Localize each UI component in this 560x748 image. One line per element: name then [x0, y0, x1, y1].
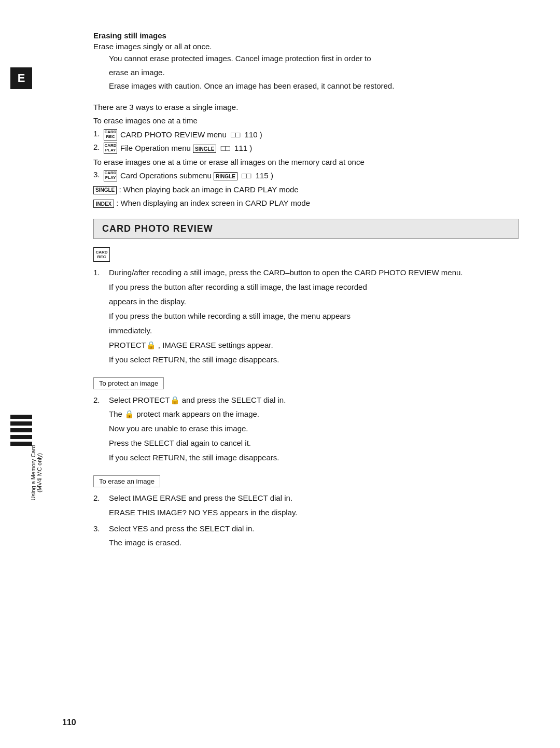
card-play-icon-2: CARD PLAY [104, 143, 117, 154]
step-1-note2b: immediately. [109, 324, 519, 337]
card-rec-icon-1: CARD REC [104, 129, 117, 140]
list-item-2: 2. CARD PLAY File Operation menu SINGLE … [93, 143, 519, 154]
step-2b: 2. Select IMAGE ERASE and press the SELE… [93, 492, 519, 519]
page-title: Erasing still images [93, 31, 519, 40]
list-item-1: 1. CARD REC CARD PHOTO REVIEW menu □□ 11… [93, 129, 519, 141]
step-2-note4: If you select RETURN, the still image di… [109, 451, 519, 464]
index-note: INDEX : When displaying an index screen … [93, 197, 519, 209]
step-2b-note: ERASE THIS IMAGE? NO YES appears in the … [109, 506, 519, 519]
protect-sym-1: 🔒 [146, 341, 156, 349]
step-1-note3: PROTECT🔒 , IMAGE ERASE settings appear. [109, 339, 519, 351]
protect-label: To protect an image [93, 377, 164, 389]
step-3: 3. Select YES and press the SELECT dial … [93, 523, 519, 549]
card-play-icon-3: CARD PLAY [104, 170, 117, 181]
step-2: 2. Select PROTECT🔒 and press the SELECT … [93, 394, 519, 464]
protect-sym-3: 🔒 [124, 410, 134, 418]
step-1-note2: If you press the button while recording … [109, 310, 519, 322]
index-box-note: INDEX [93, 200, 114, 208]
note-protection: You cannot erase protected images. Cance… [109, 53, 519, 65]
erase-all-label: To erase images one at a time or erase a… [93, 157, 519, 168]
list-item-3: 3. CARD PLAY Card Operations submenu RIN… [93, 170, 519, 182]
note-caution: Erase images with caution. Once an image… [109, 80, 519, 92]
step-3-note: The image is erased. [109, 537, 519, 549]
single-box-note: SINGLE [93, 186, 117, 194]
erase-label: To erase an image [93, 475, 160, 487]
step-2-note3: Press the SELECT dial again to cancel it… [109, 437, 519, 449]
subtitle-erase: Erase images singly or all at once. [93, 42, 519, 51]
protect-sym-2: 🔒 [170, 396, 180, 404]
step-3-main: 3. Select YES and press the SELECT dial … [93, 523, 519, 535]
step-1-note1b: appears in the display. [109, 295, 519, 308]
card-rec-badge: CARD REC [93, 247, 110, 262]
ringle-box: RINGLE [214, 172, 237, 180]
step-1-main: 1. During/after recoding a still image, … [93, 267, 519, 279]
step-1-note4: If you select RETURN, the still image di… [109, 354, 519, 366]
step-1: 1. During/after recoding a still image, … [93, 267, 519, 366]
erase-one-at-a-time-label: To erase images one at a time [93, 115, 519, 127]
section-header-card-photo-review: CARD PHOTO REVIEW [93, 219, 519, 239]
step-1-note1: If you press the button after recording … [109, 281, 519, 293]
step-2-note1: The 🔒 protect mark appears on the image. [109, 408, 519, 420]
step-2-note2: Now you are unable to erase this image. [109, 422, 519, 435]
single-note: SINGLE : When playing back an image in C… [93, 184, 519, 196]
note-protection-cont: erase an image. [109, 67, 519, 79]
step-2b-main: 2. Select IMAGE ERASE and press the SELE… [93, 492, 519, 504]
three-ways-line: There are 3 ways to erase a single image… [93, 102, 519, 114]
single-box: SINGLE [193, 145, 216, 153]
step-2-main: 2. Select PROTECT🔒 and press the SELECT … [93, 394, 519, 406]
